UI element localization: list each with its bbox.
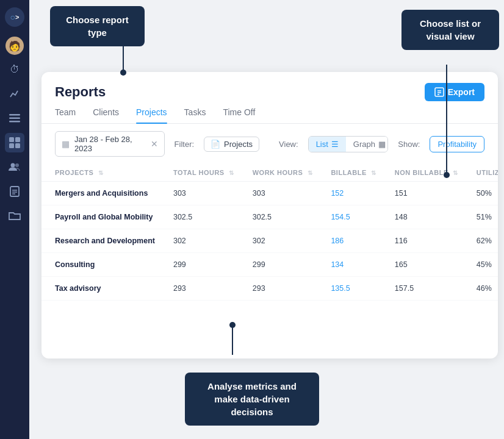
cell-non-billable: 116 <box>381 229 463 253</box>
date-range-filter[interactable]: ▦ Jan 28 - Feb 28, 2023 ✕ <box>55 131 165 157</box>
report-table: PROJECTS ⇅ TOTAL HOURS ⇅ WORK HOURS ⇅ BI… <box>41 164 498 301</box>
filters-row: ▦ Jan 28 - Feb 28, 2023 ✕ Filter: 📄 Proj… <box>41 124 498 164</box>
tab-team[interactable]: Team <box>55 107 76 123</box>
col-billable[interactable]: BILLABLE ⇅ <box>317 164 381 182</box>
tooltip-analyse-metrics: Analyse metrics and make data-driven dec… <box>185 373 319 426</box>
table-row[interactable]: Consulting 299 299 134 165 45% 8832.5 52… <box>41 253 498 277</box>
table-row[interactable]: Research and Development 302 302 186 116… <box>41 229 498 253</box>
projects-filter-badge[interactable]: 📄 Projects <box>204 137 259 152</box>
cell-total-hours: 303 <box>160 182 239 205</box>
svg-point-8 <box>15 163 19 167</box>
cell-billable: 134 <box>317 253 381 277</box>
cell-work-hours: 303 <box>239 182 318 205</box>
cell-utilization: 62% <box>463 229 498 253</box>
cell-project: Consulting <box>41 253 160 277</box>
svg-rect-6 <box>15 143 20 148</box>
cell-billable: 186 <box>317 229 381 253</box>
clock-icon[interactable]: ⏱ <box>5 60 24 79</box>
tooltip-choose-report: Choose report type <box>50 6 145 46</box>
table-row[interactable]: Payroll and Global Mobility 302.5 302.5 … <box>41 205 498 229</box>
cell-work-hours: 302 <box>239 229 318 253</box>
cell-work-hours: 293 <box>239 277 318 301</box>
svg-rect-4 <box>15 137 20 142</box>
dashboard-icon[interactable] <box>5 133 24 152</box>
folder-icon[interactable] <box>5 206 24 226</box>
cell-project: Payroll and Global Mobility <box>41 205 160 229</box>
cell-non-billable: 148 <box>381 205 463 229</box>
svg-rect-1 <box>9 118 20 120</box>
cell-total-hours: 302.5 <box>160 205 239 229</box>
tab-timeoff[interactable]: Time Off <box>223 107 255 123</box>
tab-projects[interactable]: Projects <box>136 107 167 123</box>
cell-billable: 154.5 <box>317 205 381 229</box>
cell-project: Mergers and Acquisitions <box>41 182 160 205</box>
filter-label: Filter: <box>175 140 195 149</box>
svg-point-21 <box>229 322 236 328</box>
svg-rect-2 <box>9 121 20 123</box>
svg-point-14 <box>120 70 126 76</box>
cell-total-hours: 293 <box>160 277 239 301</box>
table-row[interactable]: Mergers and Acquisitions 303 303 152 151… <box>41 182 498 205</box>
svg-rect-9 <box>10 187 19 196</box>
svg-point-16 <box>444 172 450 178</box>
cell-billable: 152 <box>317 182 381 205</box>
calendar-icon: ▦ <box>62 139 70 149</box>
sidebar: ○> 🧑 ⏱ <box>0 0 29 439</box>
view-toggle: List ☰ Graph ▦ <box>308 136 389 152</box>
report-header: Reports Export <box>41 72 498 101</box>
cell-non-billable: 151 <box>381 182 463 205</box>
col-projects[interactable]: PROJECTS ⇅ <box>41 164 160 182</box>
cell-utilization: 46% <box>463 277 498 301</box>
file-icon[interactable] <box>5 182 24 201</box>
show-label: Show: <box>398 140 420 149</box>
cell-utilization: 45% <box>463 253 498 277</box>
col-work-hours[interactable]: WORK HOURS ⇅ <box>239 164 318 182</box>
cell-work-hours: 302.5 <box>239 205 318 229</box>
cell-non-billable: 157.5 <box>381 277 463 301</box>
col-utilization[interactable]: UTILIZATION ⇅ <box>463 164 498 182</box>
cell-work-hours: 299 <box>239 253 318 277</box>
cell-project: Research and Development <box>41 229 160 253</box>
list-view-label: List <box>316 140 328 149</box>
app-logo[interactable]: ○> <box>5 7 24 27</box>
tab-tasks[interactable]: Tasks <box>184 107 206 123</box>
cell-billable: 135.5 <box>317 277 381 301</box>
list-view-icon: ☰ <box>331 140 339 149</box>
filter-badge-label: Projects <box>224 140 253 149</box>
filter-badge-icon: 📄 <box>211 140 220 149</box>
people-icon[interactable] <box>5 157 24 177</box>
page-title: Reports <box>55 84 106 100</box>
cell-utilization: 50% <box>463 182 498 205</box>
graph-view-button[interactable]: Graph ▦ <box>346 137 388 152</box>
svg-rect-0 <box>9 114 20 116</box>
graph-view-icon: ▦ <box>378 140 386 149</box>
cell-project: Tax advisory <box>41 277 160 301</box>
avatar[interactable]: 🧑 <box>5 37 24 55</box>
date-range-value: Jan 28 - Feb 28, 2023 <box>74 135 146 153</box>
list-view-button[interactable]: List ☰ <box>309 137 346 152</box>
graph-view-label: Graph <box>353 140 375 149</box>
report-card: Reports Export Team Clients Projects Tas… <box>41 72 498 359</box>
table-row[interactable]: Tax advisory 293 293 135.5 157.5 46% 935… <box>41 277 498 301</box>
export-button[interactable]: Export <box>425 83 484 101</box>
svg-rect-3 <box>9 137 14 142</box>
svg-rect-5 <box>9 143 14 148</box>
data-table-wrapper: PROJECTS ⇅ TOTAL HOURS ⇅ WORK HOURS ⇅ BI… <box>41 164 498 301</box>
chart-icon[interactable] <box>5 84 24 104</box>
col-total-hours[interactable]: TOTAL HOURS ⇅ <box>160 164 239 182</box>
report-tabs: Team Clients Projects Tasks Time Off <box>41 101 498 124</box>
clear-date-icon[interactable]: ✕ <box>151 139 158 149</box>
cell-utilization: 51% <box>463 205 498 229</box>
view-label: View: <box>279 140 298 149</box>
tab-clients[interactable]: Clients <box>93 107 119 123</box>
profitability-button[interactable]: Profitability <box>430 136 484 152</box>
tooltip-choose-view: Choose list or visual view <box>401 10 499 50</box>
svg-point-7 <box>11 163 15 168</box>
cell-total-hours: 299 <box>160 253 239 277</box>
cell-total-hours: 302 <box>160 229 239 253</box>
list-icon[interactable] <box>5 109 24 128</box>
cell-non-billable: 165 <box>381 253 463 277</box>
